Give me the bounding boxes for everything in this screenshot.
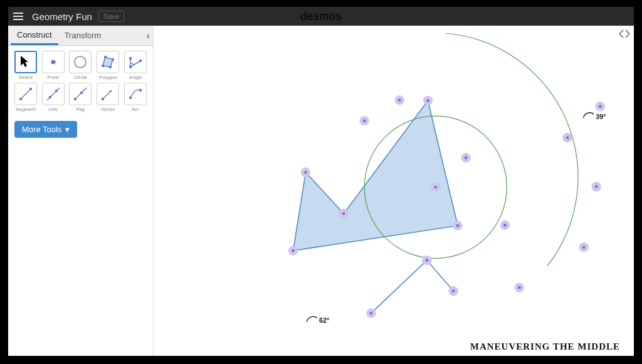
tool-arc[interactable]: Arc: [123, 83, 148, 112]
point[interactable]: [579, 242, 589, 252]
geometry-canvas[interactable]: 39°62° MANEUVERING THE MIDDLE: [154, 26, 634, 356]
point[interactable]: [591, 182, 601, 191]
svg-point-0: [51, 60, 55, 65]
svg-point-29: [426, 99, 429, 102]
tab-transform[interactable]: Transform: [58, 26, 108, 45]
point[interactable]: [500, 221, 510, 230]
point[interactable]: [596, 101, 605, 111]
tool-label: Circle: [74, 75, 87, 80]
point[interactable]: [288, 246, 298, 255]
svg-point-16: [74, 98, 76, 100]
arc-shape[interactable]: [446, 33, 578, 266]
more-tools-button[interactable]: More Tools ▾: [14, 121, 77, 138]
tool-polygon[interactable]: Polygon: [95, 51, 120, 80]
canvas-svg: 39°62°: [154, 26, 634, 356]
point[interactable]: [423, 96, 433, 105]
svg-point-17: [80, 91, 83, 94]
svg-point-20: [129, 96, 132, 99]
svg-point-43: [398, 99, 401, 102]
angle-marker[interactable]: [583, 113, 594, 118]
point[interactable]: [453, 221, 462, 230]
tool-label: Point: [48, 75, 59, 80]
svg-point-21: [139, 89, 142, 91]
document-title: Geometry Fun: [32, 11, 92, 22]
svg-point-23: [292, 249, 295, 252]
tool-label: Ray: [76, 107, 85, 112]
svg-point-45: [465, 157, 468, 160]
svg-point-7: [129, 57, 132, 60]
tool-label: Segment: [16, 107, 36, 112]
svg-point-57: [518, 286, 521, 289]
tool-ray[interactable]: Ray: [68, 83, 93, 112]
svg-point-55: [582, 246, 586, 249]
point[interactable]: [360, 116, 369, 125]
save-button[interactable]: Save: [98, 11, 124, 22]
polygon-icon: [97, 51, 119, 73]
point[interactable]: [422, 256, 431, 265]
point[interactable]: [395, 95, 404, 105]
angle-marker[interactable]: [307, 316, 317, 321]
angle-icon: [124, 51, 147, 73]
point[interactable]: [301, 167, 310, 177]
tool-grid: SelectPointCirclePolygonAngleSegmentLine…: [8, 46, 153, 117]
point[interactable]: [448, 286, 458, 296]
tool-circle[interactable]: Circle: [68, 51, 93, 80]
tab-construct[interactable]: Construct: [11, 26, 58, 45]
vector-shape[interactable]: [371, 260, 427, 313]
tool-select[interactable]: Select: [13, 51, 38, 80]
svg-point-33: [434, 185, 437, 189]
circle-icon: [69, 51, 92, 73]
hamburger-menu-icon[interactable]: [13, 9, 27, 23]
brand-logo: desmos: [300, 10, 342, 23]
tool-vector[interactable]: Vector: [95, 83, 120, 112]
svg-point-35: [426, 259, 429, 262]
svg-point-11: [29, 88, 32, 90]
point[interactable]: [515, 283, 524, 292]
tool-point[interactable]: Point: [41, 51, 66, 80]
svg-point-41: [363, 120, 366, 123]
svg-point-10: [19, 98, 22, 100]
svg-point-3: [104, 56, 107, 58]
tool-label: Vector: [101, 107, 115, 112]
watermark-text: MANEUVERING THE MIDDLE: [470, 341, 620, 352]
tool-sidebar: Construct Transform ‹‹ SelectPointCircle…: [8, 26, 154, 356]
segment-icon: [14, 83, 37, 105]
svg-point-14: [55, 90, 57, 92]
vector-icon: [97, 83, 119, 105]
svg-point-1: [75, 56, 86, 68]
svg-point-8: [139, 60, 142, 62]
svg-point-47: [503, 224, 507, 227]
vector-shape[interactable]: [427, 260, 453, 291]
svg-point-13: [48, 96, 51, 98]
svg-point-19: [102, 98, 104, 100]
svg-point-53: [595, 185, 598, 189]
svg-point-4: [112, 58, 114, 61]
angle-value: 62°: [319, 316, 329, 324]
polygon-shape[interactable]: [293, 101, 458, 251]
svg-point-25: [304, 171, 307, 174]
point[interactable]: [366, 308, 376, 318]
select-icon: [14, 51, 37, 73]
svg-point-39: [452, 289, 455, 293]
angle-value: 39°: [596, 113, 606, 120]
point[interactable]: [461, 153, 470, 162]
tool-label: Polygon: [99, 75, 117, 80]
tool-angle[interactable]: Angle: [123, 51, 148, 80]
point[interactable]: [431, 182, 440, 192]
svg-point-27: [342, 212, 345, 216]
tool-segment[interactable]: Segment: [13, 83, 38, 112]
chevron-down-icon: ▾: [65, 125, 70, 134]
point[interactable]: [562, 133, 572, 142]
point[interactable]: [339, 209, 349, 218]
tool-label: Line: [48, 107, 58, 112]
svg-point-51: [599, 105, 602, 108]
tool-label: Angle: [129, 75, 142, 80]
tool-line[interactable]: Line: [41, 83, 66, 112]
svg-point-6: [129, 66, 132, 68]
fullscreen-icon[interactable]: [619, 29, 630, 41]
svg-point-2: [102, 65, 104, 67]
point-icon: [42, 51, 65, 73]
tool-label: Arc: [132, 107, 139, 112]
svg-line-12: [47, 88, 60, 100]
more-tools-label: More Tools: [22, 125, 61, 134]
